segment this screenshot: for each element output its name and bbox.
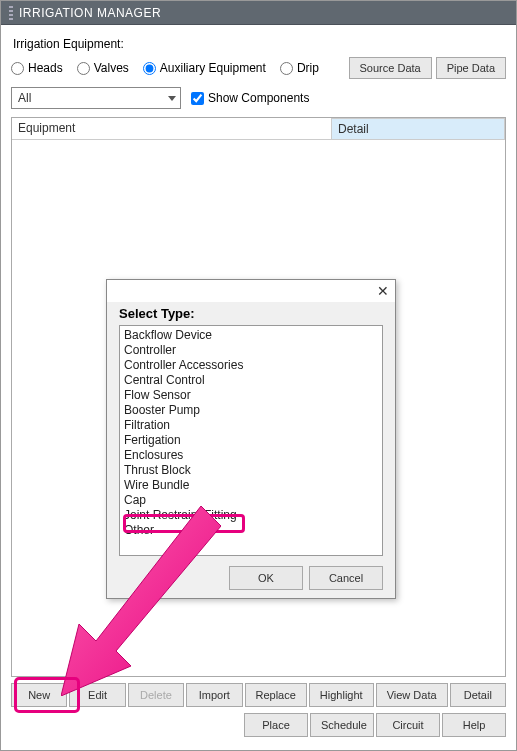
list-item[interactable]: Fertigation (124, 433, 378, 448)
circuit-button[interactable]: Circuit (376, 713, 440, 737)
list-item[interactable]: Enclosures (124, 448, 378, 463)
list-item[interactable]: Central Control (124, 373, 378, 388)
radio-aux-input[interactable] (143, 62, 156, 75)
column-detail[interactable]: Detail (332, 118, 505, 140)
radio-drip-input[interactable] (280, 62, 293, 75)
radio-heads-input[interactable] (11, 62, 24, 75)
type-listbox[interactable]: Backflow Device Controller Controller Ac… (119, 325, 383, 556)
list-item-joint-restraint[interactable]: Joint Restraint Fitting (124, 508, 378, 523)
list-item[interactable]: Booster Pump (124, 403, 378, 418)
highlight-button[interactable]: Highlight (309, 683, 374, 707)
dialog-button-row: OK Cancel (119, 566, 383, 590)
filter-row: All Show Components (11, 87, 506, 109)
list-item[interactable]: Other (124, 523, 378, 538)
help-button[interactable]: Help (442, 713, 506, 737)
titlebar: IRRIGATION MANAGER (1, 1, 516, 25)
window-title: IRRIGATION MANAGER (19, 1, 161, 25)
radio-valves-label: Valves (94, 61, 129, 75)
place-button[interactable]: Place (244, 713, 308, 737)
list-item[interactable]: Cap (124, 493, 378, 508)
radio-drip[interactable]: Drip (280, 61, 319, 75)
equipment-type-row: Heads Valves Auxiliary Equipment Drip So… (11, 57, 506, 79)
chevron-down-icon (168, 96, 176, 101)
action-button-row: New Edit Delete Import Replace Highlight… (11, 683, 506, 707)
detail-button[interactable]: Detail (450, 683, 506, 707)
source-data-button[interactable]: Source Data (349, 57, 432, 79)
show-components-label: Show Components (208, 91, 309, 105)
radio-heads[interactable]: Heads (11, 61, 63, 75)
grip-icon (9, 6, 13, 20)
radio-drip-label: Drip (297, 61, 319, 75)
radio-valves[interactable]: Valves (77, 61, 129, 75)
select-type-dialog: ✕ Select Type: Backflow Device Controlle… (106, 279, 396, 599)
show-components-input[interactable] (191, 92, 204, 105)
equipment-label: Irrigation Equipment: (13, 37, 506, 51)
replace-button[interactable]: Replace (245, 683, 307, 707)
radio-aux-label: Auxiliary Equipment (160, 61, 266, 75)
list-item[interactable]: Flow Sensor (124, 388, 378, 403)
radio-aux[interactable]: Auxiliary Equipment (143, 61, 266, 75)
schedule-button[interactable]: Schedule (310, 713, 374, 737)
list-item[interactable]: Backflow Device (124, 328, 378, 343)
import-button[interactable]: Import (186, 683, 242, 707)
category-combo-value: All (18, 91, 31, 105)
close-icon[interactable]: ✕ (375, 283, 391, 299)
radio-heads-label: Heads (28, 61, 63, 75)
pipe-data-button[interactable]: Pipe Data (436, 57, 506, 79)
ok-button[interactable]: OK (229, 566, 303, 590)
list-item[interactable]: Controller (124, 343, 378, 358)
list-header: Equipment Detail (12, 118, 505, 140)
radio-valves-input[interactable] (77, 62, 90, 75)
edit-button[interactable]: Edit (69, 683, 125, 707)
select-type-label: Select Type: (119, 306, 383, 321)
bottom-button-row: Place Schedule Circuit Help (11, 713, 506, 737)
list-item[interactable]: Controller Accessories (124, 358, 378, 373)
category-combo[interactable]: All (11, 87, 181, 109)
dialog-titlebar: ✕ (107, 280, 395, 302)
list-item[interactable]: Thrust Block (124, 463, 378, 478)
delete-button[interactable]: Delete (128, 683, 184, 707)
new-button[interactable]: New (11, 683, 67, 707)
view-data-button[interactable]: View Data (376, 683, 448, 707)
show-components-checkbox[interactable]: Show Components (191, 91, 309, 105)
list-item[interactable]: Wire Bundle (124, 478, 378, 493)
list-item[interactable]: Filtration (124, 418, 378, 433)
irrigation-manager-window: IRRIGATION MANAGER Irrigation Equipment:… (0, 0, 517, 751)
column-equipment[interactable]: Equipment (12, 118, 332, 140)
cancel-button[interactable]: Cancel (309, 566, 383, 590)
